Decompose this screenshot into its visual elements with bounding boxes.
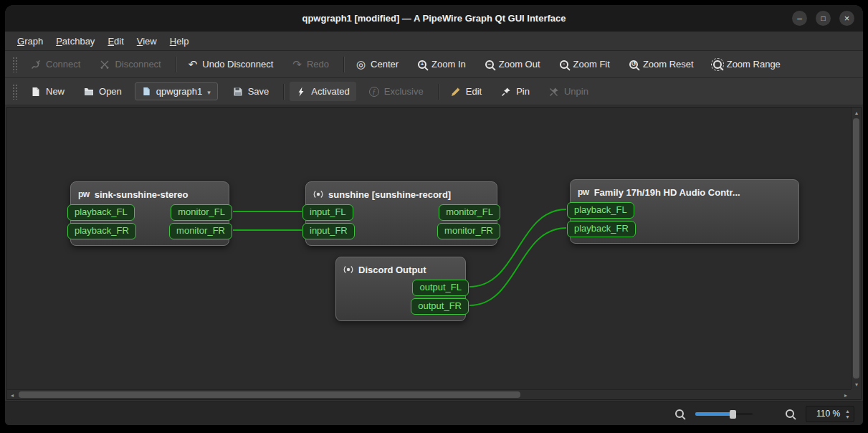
port-input_FL[interactable]: input_FL (302, 204, 353, 221)
menu-help[interactable]: Help (163, 32, 196, 50)
undo-icon (189, 59, 198, 70)
open-button[interactable]: Open (77, 82, 128, 101)
pin-icon (501, 87, 511, 97)
exclusive-label: Exclusive (384, 86, 424, 97)
zoom-range-button[interactable]: Zoom Range (707, 54, 787, 74)
zoom-fit-label: Zoom Fit (573, 59, 610, 70)
graph-node-sink[interactable]: pwsink-sunshine-stereoplayback_FLplaybac… (70, 181, 229, 246)
disconnect-icon (100, 60, 110, 70)
zoom-in-button[interactable]: Zoom In (411, 54, 472, 74)
redo-button[interactable]: Redo (286, 54, 335, 75)
node-title: Discord Output (358, 265, 426, 275)
toolbar-separator (343, 57, 345, 72)
wires-svg (7, 108, 851, 389)
patchbay-selector[interactable]: qpwgraph1 (135, 82, 218, 100)
node-title: sunshine [sunshine-record] (328, 189, 451, 200)
port-monitor_FL[interactable]: monitor_FL (171, 204, 232, 221)
save-icon (233, 87, 243, 97)
statusbar-zoom-in-button[interactable] (781, 406, 798, 422)
exclusive-toggle[interactable]: Exclusive (363, 82, 430, 101)
save-label: Save (248, 86, 270, 97)
zoom-fit-icon (560, 60, 568, 69)
menu-view[interactable]: View (130, 32, 163, 50)
magnifier-icon (675, 409, 684, 418)
zoom-out-button[interactable]: Zoom Out (479, 54, 547, 74)
port-playback_FL[interactable]: playback_FL (567, 202, 634, 219)
port-playback_FR[interactable]: playback_FR (67, 223, 136, 239)
zoom-spinbox[interactable]: 110 % ▲ ▼ (806, 406, 854, 422)
unpin-button[interactable]: Unpin (543, 82, 595, 101)
open-label: Open (99, 86, 122, 97)
port-output_FR[interactable]: output_FR (411, 298, 469, 315)
connect-button[interactable]: Connect (24, 54, 87, 74)
graph-canvas[interactable]: pwsink-sunshine-stereoplayback_FLplaybac… (6, 107, 862, 400)
graph-node-sunshine[interactable]: sunshine [sunshine-record]input_FLinput_… (305, 181, 497, 246)
center-icon (356, 59, 366, 70)
zoom-fit-button[interactable]: Zoom Fit (553, 54, 616, 74)
zoom-slider-handle[interactable] (730, 410, 736, 419)
patchbay-file-icon (142, 87, 151, 96)
menubar: Graph Patchbay Edit View Help (5, 32, 863, 51)
menu-patchbay[interactable]: Patchbay (49, 32, 101, 50)
edit-pencil-icon (451, 87, 461, 97)
redo-label: Redo (307, 59, 329, 70)
port-input_FR[interactable]: input_FR (302, 223, 355, 239)
scroll-down-icon[interactable]: ▾ (852, 379, 862, 389)
toolbar-separator (176, 57, 177, 72)
zoom-reset-label: Zoom Reset (643, 59, 694, 70)
save-button[interactable]: Save (226, 82, 276, 101)
minimize-button[interactable] (792, 11, 807, 26)
graph-node-family[interactable]: pwFamily 17h/19h HD Audio Contr...playba… (570, 179, 799, 244)
edit-toggle[interactable]: Edit (444, 82, 488, 101)
horizontal-scrollbar[interactable]: ◂ ▸ (7, 389, 851, 399)
port-playback_FL[interactable]: playback_FL (67, 204, 135, 221)
spinbox-arrows: ▲ ▼ (845, 409, 850, 419)
statusbar: 110 % ▲ ▼ (5, 401, 863, 425)
spin-up-icon[interactable]: ▲ (845, 409, 850, 414)
port-monitor_FR[interactable]: monitor_FR (437, 223, 500, 239)
close-button[interactable] (839, 11, 854, 26)
edit-label: Edit (466, 86, 482, 97)
zoom-out-label: Zoom Out (499, 59, 540, 70)
scroll-left-icon[interactable]: ◂ (7, 390, 17, 400)
undo-label: Undo Disconnect (202, 59, 273, 70)
menu-edit[interactable]: Edit (101, 32, 130, 50)
activated-toggle[interactable]: Activated (290, 82, 356, 101)
graph-viewport[interactable]: pwsink-sunshine-stereoplayback_FLplaybac… (7, 108, 851, 389)
port-monitor_FR[interactable]: monitor_FR (169, 223, 232, 239)
toolbar-grip[interactable] (12, 84, 17, 100)
toolbar-grip[interactable] (12, 57, 17, 72)
port-output_FL[interactable]: output_FL (412, 280, 469, 296)
zoom-value: 110 % (813, 409, 840, 419)
zoom-slider[interactable] (695, 409, 753, 419)
disconnect-button[interactable]: Disconnect (93, 54, 167, 74)
titlebar[interactable]: qpwgraph1 [modified] — A PipeWire Graph … (5, 5, 863, 32)
scroll-right-icon[interactable]: ▸ (841, 390, 851, 400)
pipewire-icon: pw (78, 189, 90, 199)
center-button[interactable]: Center (350, 54, 405, 75)
speaker-icon (313, 189, 323, 199)
connect-icon (31, 60, 41, 70)
toolbar-separator (283, 84, 285, 100)
pin-button[interactable]: Pin (495, 82, 536, 101)
speaker-icon (343, 265, 353, 275)
port-monitor_FL[interactable]: monitor_FL (439, 204, 500, 221)
graph-node-discord[interactable]: Discord Outputoutput_FLoutput_FR (335, 257, 466, 321)
undo-disconnect-button[interactable]: Undo Disconnect (182, 54, 280, 75)
zoom-reset-button[interactable]: Zoom Reset (623, 54, 700, 74)
vertical-scroll-thumb[interactable] (853, 118, 859, 379)
spin-down-icon[interactable]: ▼ (845, 414, 850, 419)
vertical-scrollbar[interactable]: ▴ ▾ (851, 108, 861, 389)
scroll-up-icon[interactable]: ▴ (852, 108, 862, 118)
new-button[interactable]: New (24, 82, 71, 101)
unpin-icon (549, 87, 559, 97)
port-playback_FR[interactable]: playback_FR (567, 221, 636, 237)
menu-graph[interactable]: Graph (11, 32, 49, 50)
app-window: qpwgraph1 [modified] — A PipeWire Graph … (5, 5, 863, 425)
horizontal-scroll-thumb[interactable] (19, 391, 520, 398)
maximize-button[interactable] (816, 11, 831, 26)
statusbar-zoom-out-button[interactable] (671, 406, 688, 422)
zoom-in-icon (418, 60, 426, 69)
node-header: Discord Output (336, 261, 465, 278)
zoom-reset-icon (629, 60, 638, 69)
